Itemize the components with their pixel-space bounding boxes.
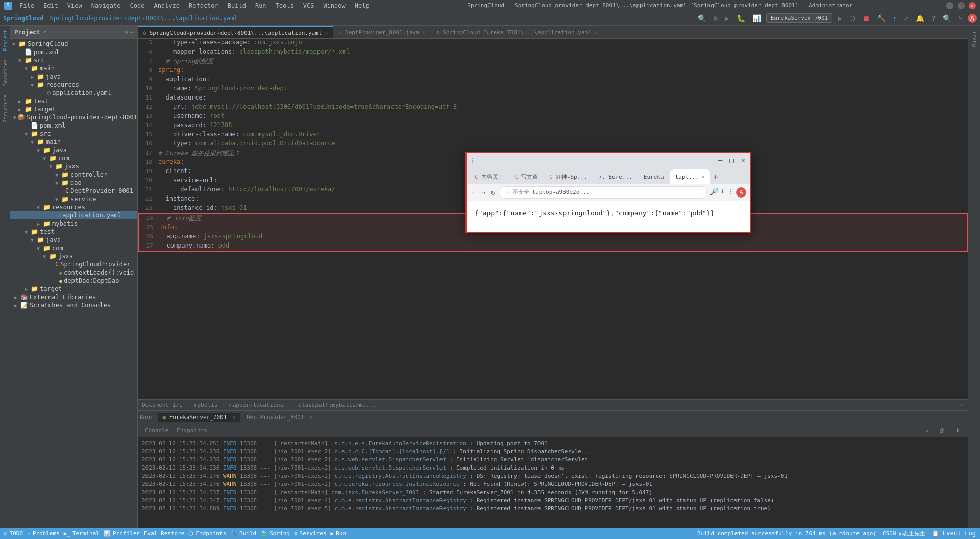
stop-icon[interactable]: ⏹ [861,13,872,23]
endpoints-subtab[interactable]: Endpoints [174,426,210,435]
tab-close-icon[interactable]: × [423,30,426,35]
notifications-icon[interactable]: 🔔 [914,13,926,23]
tree-item-dao[interactable]: ▼ 📁 dao [10,179,137,187]
scroll-end-icon[interactable]: ↓ [922,426,932,435]
tree-item-app-yaml[interactable]: ⚙ application.yaml [10,211,137,219]
tree-item-pom2[interactable]: 📄 pom.xml [10,121,137,130]
maximize-button[interactable]: □ [958,2,965,9]
project-panel-dropdown[interactable]: ▾ [43,29,47,35]
tree-item-pom1[interactable]: 📄 pom.xml [10,48,137,56]
search-icon[interactable]: 🔍 [941,13,953,23]
search-everywhere-icon[interactable]: 🔍 [696,13,708,23]
browser-minimize-btn[interactable]: ─ [716,155,724,165]
run-icon[interactable]: ▶ [723,13,731,23]
tree-item-src1[interactable]: ▼ 📁 src [10,56,137,64]
avatar-icon[interactable]: A [968,14,977,23]
debug-green-icon[interactable]: ⬡ [847,13,857,23]
menu-run[interactable]: Run [251,1,271,10]
menu-navigate[interactable]: Navigate [87,1,125,10]
menu-help[interactable]: Help [351,1,374,10]
clear-console-icon[interactable]: 🗑 [936,426,948,435]
event-log-icon[interactable]: 📋 Event Log [932,530,976,537]
browser-tab-eureka[interactable]: Eureka [639,169,669,184]
run-bottom-button[interactable]: ▶ Run [331,530,347,537]
tree-item-com2[interactable]: ▼ 📁 com [10,244,137,252]
tree-item-springcloud[interactable]: ▼ 📁 SpringCloud [10,40,137,48]
tree-item-src2[interactable]: ▼ 📁 src [10,130,137,138]
forward-button[interactable]: → [480,187,486,198]
build-button[interactable]: 🔨 Build [230,530,256,537]
run-tab-close[interactable]: × [309,414,312,420]
tree-item-deptprovider[interactable]: C DeptProvider_8001 [10,187,137,195]
tree-item-app1[interactable]: ⚙ application.yaml [10,89,137,97]
tree-item-provider-module[interactable]: ▼ 📦 SpringCloud-provider-dept-8001 [10,113,137,121]
new-tab-button[interactable]: + [713,172,718,182]
tree-item-resources2[interactable]: ▼ 📁 resources [10,203,137,211]
save-page-icon[interactable]: ⬇ [721,187,725,198]
tree-item-springprovider[interactable]: C SpringCloudProvider [10,260,137,268]
back-button[interactable]: ← [471,187,477,198]
tree-item-main1[interactable]: ▼ 📁 main [10,64,137,72]
tab-application-yaml[interactable]: ⚙ SpringCloud-provider-dept-8001\...\app… [138,26,333,38]
structure-tab[interactable]: Structure [0,91,10,127]
tree-item-java3[interactable]: ▼ 📁 java [10,236,137,244]
tree-item-scratches[interactable]: ▶ 📝 Scratches and Consoles [10,301,137,309]
tab-close-icon[interactable]: × [595,30,598,35]
profile-pic[interactable]: A [736,187,746,198]
console-subtab[interactable]: Console [142,426,172,435]
maven-tab[interactable]: Maven [970,28,978,51]
todo-button[interactable]: ☑ TODO [4,530,23,537]
run-tab-close[interactable]: × [232,414,235,420]
tree-item-target1[interactable]: ▶ 📁 target [10,105,137,113]
tree-item-jsxs2[interactable]: ▼ 📁 jsxs [10,252,137,260]
tree-item-mybatis[interactable]: ▶ 📁 mybatis [10,219,137,228]
browser-maximize-btn[interactable]: □ [727,155,736,165]
vcs-update-icon[interactable]: ↑ [891,13,899,23]
tree-item-contextloads[interactable]: ● contextLoads():void [10,268,137,277]
spring-button[interactable]: 🍃 Spring [260,530,290,537]
help-icon[interactable]: ? [929,13,938,23]
browser-tab-wwen[interactable]: C 写文童 [510,169,544,184]
browser-tab-7eure[interactable]: 7. Eure... [594,169,638,184]
tree-item-java2[interactable]: ▼ 📁 java [10,146,137,154]
tab-dept-provider[interactable]: ☕ DeptProvider_8001.java × [333,26,431,38]
menu-refactor[interactable]: Refactor [185,1,223,10]
problems-button[interactable]: ⚠ Problems [27,530,60,537]
tree-item-extlibs[interactable]: ▶ 📚 External Libraries [10,293,137,301]
vcs-branches-icon[interactable]: ⑂ [957,13,965,23]
menu-file[interactable]: File [15,1,38,10]
panel-settings-icon[interactable]: ⚙ [125,29,128,35]
zoom-icon[interactable]: 🔎 [710,187,719,198]
tree-item-jsxs1[interactable]: ▼ 📁 jsxs [10,162,137,170]
debug-icon[interactable]: 🐛 [734,13,747,23]
services-button[interactable]: ⚙ Services [294,530,327,537]
menu-view[interactable]: View [63,1,86,10]
run-tab-eureka[interactable]: ● EurekaServer_7001 × [158,413,241,422]
run-config-badge[interactable]: EurekaServer_7001 [766,13,833,23]
terminal-button[interactable]: ▶_ Terminal [64,530,100,537]
tree-item-controller[interactable]: ▼ 📁 controller [10,170,137,179]
tree-item-test1[interactable]: ▶ 📁 test [10,97,137,105]
eval-restore-button[interactable]: Eval Restore [144,530,184,537]
browser-tab-laptop[interactable]: lapt... × [670,169,710,184]
endpoints-button[interactable]: ⬡ Endpoints [188,530,226,537]
menu-vcs[interactable]: VCS [299,1,318,10]
menu-build[interactable]: Build [224,1,250,10]
profile-icon[interactable]: 📊 [750,13,763,23]
project-tab[interactable]: Project [0,26,10,55]
menu-tools[interactable]: Tools [272,1,298,10]
tree-item-test2[interactable]: ▼ 📁 test [10,228,137,236]
tree-item-main2[interactable]: ▼ 📁 main [10,138,137,146]
more-icon[interactable]: ⋮ [727,187,734,198]
tab-close-icon[interactable]: × [325,30,328,36]
settings-icon[interactable]: ⚙ [712,13,720,23]
panel-collapse-icon[interactable]: – [130,29,133,35]
build-icon[interactable]: 🔨 [875,13,888,23]
address-bar[interactable]: ⚠ 不安全 laptop-a930e2o... [499,186,706,199]
close-button[interactable]: × [969,2,976,9]
menu-edit[interactable]: Edit [39,1,62,10]
tree-item-resources1[interactable]: ▼ 📁 resources [10,81,137,89]
browser-tab-kuangshen[interactable]: C 狂神-Sp... [544,169,592,184]
profiler-button[interactable]: 📊 Profiler [104,530,140,537]
browser-tab-close[interactable]: × [702,174,705,180]
